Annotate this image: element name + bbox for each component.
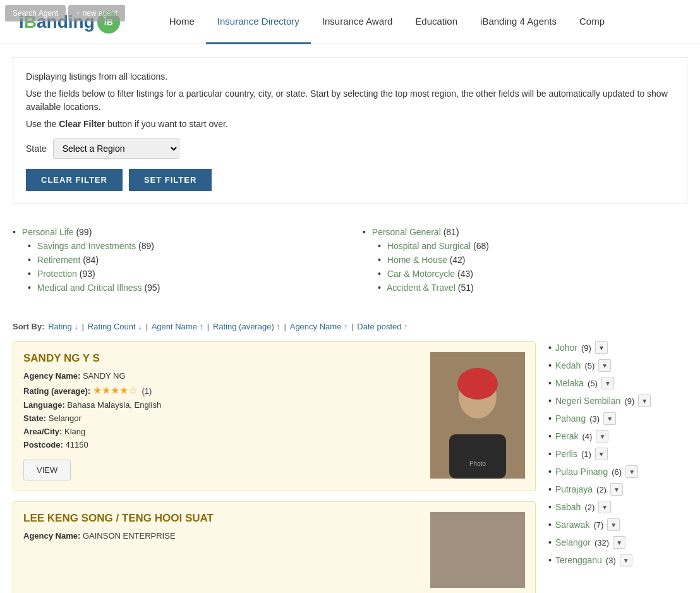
sidebar-count-kedah: (5) bbox=[584, 361, 594, 370]
agent-rating-sandy: Rating (average): ★★★★☆ (1) bbox=[23, 384, 420, 396]
search-buttons-area: Search Agent + new agent bbox=[0, 0, 130, 27]
sidebar-link-pahang[interactable]: Pahang bbox=[555, 413, 586, 424]
sidebar-link-sabah[interactable]: Sabah bbox=[555, 502, 581, 512]
nav-item-home[interactable]: Home bbox=[158, 0, 206, 44]
cat-personal-life: Personal Life (99) Savings and Investmen… bbox=[13, 227, 337, 293]
cat-home-link[interactable]: Home & House bbox=[387, 255, 447, 265]
nav-item-insurance-award[interactable]: Insurance Award bbox=[311, 0, 404, 44]
cat-main-col1: Personal Life (99) Savings and Investmen… bbox=[13, 227, 337, 293]
state-select[interactable]: Select a Region bbox=[53, 138, 179, 159]
agent-card-lee: LEE KENG SONG / TENG HOOI SUAT Agency Na… bbox=[13, 501, 536, 593]
sidebar-count-pahang: (3) bbox=[589, 414, 600, 424]
sidebar-link-terengganu[interactable]: Terengganu bbox=[555, 555, 602, 565]
sidebar-dropdown-sabah[interactable]: ▼ bbox=[598, 501, 611, 513]
new-agent-button[interactable]: + new agent bbox=[68, 5, 125, 21]
clear-filter-button[interactable]: CLEAR FILTER bbox=[26, 169, 123, 191]
sort-agent-name[interactable]: Agent Name ↑ bbox=[152, 322, 203, 331]
agent-photo-sandy: Photo bbox=[430, 352, 525, 479]
cat-hospital: Hospital and Surgical (68) bbox=[378, 241, 687, 251]
cat-protection-link[interactable]: Protection bbox=[37, 269, 77, 279]
sidebar-dropdown-johor[interactable]: ▼ bbox=[595, 341, 608, 354]
agent-name-sandy: SANDY NG Y S bbox=[23, 352, 420, 365]
nav-item-insurance-directory[interactable]: Insurance Directory bbox=[206, 0, 311, 44]
sidebar-link-sarawak[interactable]: Sarawak bbox=[555, 520, 589, 530]
set-filter-button[interactable]: SET FILTER bbox=[129, 169, 212, 191]
sidebar-dropdown-negeri-sembilan[interactable]: ▼ bbox=[638, 394, 651, 407]
agent-language-sandy: Language: Bahasa Malaysia, English bbox=[23, 400, 420, 410]
sort-sep2: | bbox=[143, 322, 150, 331]
sort-sep4: | bbox=[282, 322, 289, 331]
cat-retirement: Retirement (84) bbox=[28, 255, 337, 265]
cat-home-count: (42) bbox=[450, 255, 466, 265]
cat-hospital-count: (68) bbox=[473, 241, 489, 251]
cat-accident-count: (51) bbox=[458, 283, 474, 293]
cat-car-count: (43) bbox=[457, 269, 473, 279]
filter-instruction2b: button if you want to start over. bbox=[105, 119, 228, 129]
sidebar-link-pulau-pinang[interactable]: Pulau Pinang bbox=[555, 467, 608, 477]
cat-personal-life-link[interactable]: Personal Life bbox=[22, 227, 74, 237]
cat-retirement-link[interactable]: Retirement bbox=[37, 255, 80, 265]
nav-item-comp[interactable]: Comp bbox=[568, 0, 616, 44]
sort-date-posted[interactable]: Date posted ↑ bbox=[357, 322, 407, 331]
sidebar-dropdown-perak[interactable]: ▼ bbox=[596, 430, 608, 443]
sidebar-dropdown-putrajaya[interactable]: ▼ bbox=[610, 483, 623, 496]
sidebar-link-selangor[interactable]: Selangor bbox=[555, 537, 591, 547]
cat-personal-life-count: (99) bbox=[76, 227, 92, 237]
agent-agency-lee: Agency Name: GAINSON ENTERPRISE bbox=[23, 531, 420, 541]
sidebar-dropdown-pulau-pinang[interactable]: ▼ bbox=[625, 465, 638, 478]
sidebar-item-pulau-pinang: Pulau Pinang (6) ▼ bbox=[548, 465, 687, 478]
cat-car-link[interactable]: Car & Motorcycle bbox=[387, 269, 455, 279]
sidebar-dropdown-melaka[interactable]: ▼ bbox=[601, 377, 614, 389]
sidebar-dropdown-terengganu[interactable]: ▼ bbox=[620, 554, 632, 566]
sidebar-link-johor[interactable]: Johor bbox=[555, 343, 577, 353]
sidebar-link-negeri-sembilan[interactable]: Negeri Sembilan bbox=[555, 396, 621, 406]
view-button-sandy[interactable]: VIEW bbox=[23, 460, 71, 480]
cat-savings: Savings and Investments (89) bbox=[28, 241, 337, 251]
svg-rect-2 bbox=[449, 434, 506, 479]
sort-sep5: | bbox=[349, 322, 356, 331]
sort-label: Sort By: bbox=[13, 322, 45, 331]
sidebar-link-perak[interactable]: Perak bbox=[555, 431, 579, 441]
cat-savings-link[interactable]: Savings and Investments bbox=[37, 241, 136, 251]
postcode-label-sandy: Postcode: bbox=[23, 440, 63, 449]
agency-label-lee: Agency Name: bbox=[23, 531, 80, 541]
nav-item-education[interactable]: Education bbox=[404, 0, 469, 44]
star-count-sandy: (1) bbox=[142, 386, 152, 396]
sidebar-link-perlis[interactable]: Perlis bbox=[555, 449, 577, 459]
svg-text:Photo: Photo bbox=[469, 460, 486, 467]
sidebar-dropdown-sarawak[interactable]: ▼ bbox=[607, 518, 620, 531]
language-value-sandy: Bahasa Malaysia, English bbox=[67, 400, 161, 410]
stars-sandy: ★★★★☆ bbox=[93, 384, 137, 396]
sort-rating[interactable]: Rating ↓ bbox=[48, 322, 78, 331]
cat-hospital-link[interactable]: Hospital and Surgical bbox=[387, 241, 471, 251]
clear-filter-inline-label: Clear Filter bbox=[59, 119, 105, 129]
sidebar-link-kedah[interactable]: Kedah bbox=[555, 360, 581, 370]
cat-savings-count: (89) bbox=[138, 241, 154, 251]
cat-accident-link[interactable]: Accident & Travel bbox=[387, 283, 456, 293]
cat-car: Car & Motorcycle (43) bbox=[378, 269, 687, 279]
search-agent-button[interactable]: Search Agent bbox=[5, 5, 66, 21]
nav-item-ibanding-agents[interactable]: iBanding 4 Agents bbox=[469, 0, 568, 44]
svg-point-3 bbox=[457, 368, 498, 400]
filter-instruction2: Use the Clear Filter button if you want … bbox=[26, 118, 674, 131]
cat-protection-count: (93) bbox=[80, 269, 95, 279]
sidebar-dropdown-pahang[interactable]: ▼ bbox=[603, 412, 616, 425]
cat-medical-link[interactable]: Medical and Critical Illness bbox=[37, 283, 142, 293]
sidebar-dropdown-perlis[interactable]: ▼ bbox=[595, 448, 608, 460]
sort-rating-avg[interactable]: Rating (average) ↑ bbox=[213, 322, 281, 331]
state-row: State Select a Region bbox=[26, 138, 674, 159]
sidebar-count-perak: (4) bbox=[582, 432, 592, 441]
sidebar-count-melaka: (5) bbox=[588, 379, 598, 388]
sidebar-link-melaka[interactable]: Melaka bbox=[555, 378, 584, 388]
sort-rating-count[interactable]: Rating Count ↓ bbox=[88, 322, 142, 331]
sidebar-link-putrajaya[interactable]: Putrajaya bbox=[555, 484, 593, 494]
sidebar-dropdown-kedah[interactable]: ▼ bbox=[598, 359, 611, 372]
agency-label-sandy: Agency Name: bbox=[23, 371, 80, 381]
sort-agency-name[interactable]: Agency Name ↑ bbox=[290, 322, 348, 331]
sidebar-count-johor: (9) bbox=[581, 343, 591, 353]
sidebar-dropdown-selangor[interactable]: ▼ bbox=[613, 536, 625, 549]
sidebar-region-list: Johor (9) ▼ Kedah (5) ▼ Melaka (5) ▼ Neg… bbox=[548, 341, 687, 566]
sort-sep1: | bbox=[80, 322, 87, 331]
cat-personal-general-link[interactable]: Personal General bbox=[372, 227, 441, 237]
cat-main-col2: Personal General (81) Hospital and Surgi… bbox=[363, 227, 687, 293]
